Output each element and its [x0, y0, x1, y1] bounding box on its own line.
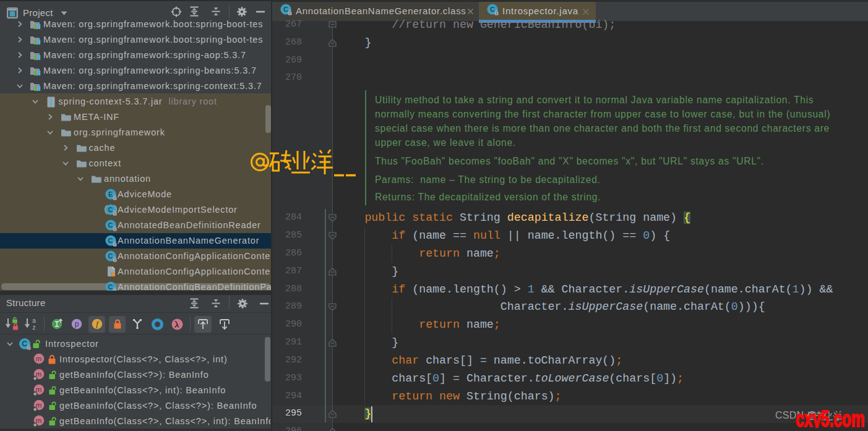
- svg-text:a: a: [32, 317, 36, 324]
- svg-text:C: C: [108, 206, 114, 213]
- svg-text:C: C: [108, 237, 114, 244]
- svg-text:m: m: [36, 417, 42, 424]
- svg-text:z: z: [33, 324, 36, 331]
- svg-text:E: E: [108, 190, 113, 198]
- svg-text:C: C: [108, 252, 114, 260]
- svg-text:m: m: [36, 386, 42, 393]
- svg-text:C: C: [490, 6, 495, 13]
- svg-text:C: C: [108, 283, 114, 291]
- svg-text:m: m: [36, 355, 42, 362]
- svg-text:p: p: [75, 320, 79, 328]
- svg-text:C: C: [22, 339, 28, 348]
- svg-text:C: C: [283, 6, 288, 13]
- svg-text:m: m: [36, 401, 42, 409]
- svg-text:m: m: [36, 370, 42, 378]
- svg-text:C: C: [108, 221, 114, 229]
